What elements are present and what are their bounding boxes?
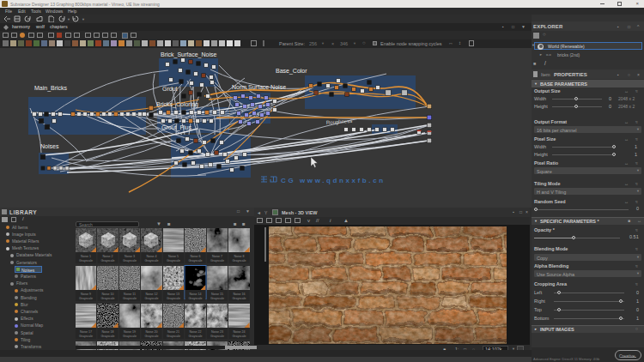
svg-text:Grayscale: Grayscale <box>123 297 137 300</box>
svg-text:Grayscale: Grayscale <box>210 335 224 338</box>
svg-text:Grayscale: Grayscale <box>79 335 93 338</box>
svg-text:Noise 24: Noise 24 <box>233 330 245 334</box>
svg-text:Grayscale: Grayscale <box>100 259 114 262</box>
svg-text:Bricks_Coloring: Bricks_Coloring <box>156 101 198 108</box>
svg-text:Noise 7: Noise 7 <box>212 255 222 258</box>
svg-text:Grayscale: Grayscale <box>210 297 224 300</box>
svg-text:Noise 13: Noise 13 <box>167 293 179 296</box>
svg-text:Noise 15: Noise 15 <box>211 293 223 296</box>
svg-text:Norm Surface Noise: Norm Surface Noise <box>232 84 286 90</box>
svg-text:Noise 8: Noise 8 <box>234 255 244 258</box>
svg-text:Noise 5: Noise 5 <box>168 255 179 258</box>
svg-text:Grayscale: Grayscale <box>232 335 246 338</box>
svg-text:Main_Bricks: Main_Bricks <box>34 85 68 92</box>
svg-text:Grout_Plus: Grout_Plus <box>161 124 192 131</box>
svg-text:Noise 22: Noise 22 <box>189 330 201 334</box>
svg-text:Grayscale: Grayscale <box>188 297 202 300</box>
svg-text:Grayscale: Grayscale <box>144 335 158 338</box>
svg-text:Grayscale: Grayscale <box>210 259 224 262</box>
svg-text:Grayscale: Grayscale <box>167 297 180 300</box>
svg-text:Grayscale: Grayscale <box>79 259 93 262</box>
svg-text:Noise 21: Noise 21 <box>167 330 179 334</box>
svg-text:Noises: Noises <box>40 143 59 149</box>
svg-text:Noise 1: Noise 1 <box>81 255 91 258</box>
svg-text:Noise 18: Noise 18 <box>101 330 113 334</box>
svg-text:Grout: Grout <box>162 86 178 92</box>
svg-text:Noise 11: Noise 11 <box>124 293 136 296</box>
svg-text:Grayscale: Grayscale <box>144 297 158 300</box>
svg-text:Grayscale: Grayscale <box>188 259 202 262</box>
svg-text:Grayscale: Grayscale <box>167 335 180 338</box>
svg-text:Noise 3: Noise 3 <box>125 255 135 258</box>
svg-text:Noise 6: Noise 6 <box>190 255 200 258</box>
svg-text:Grayscale: Grayscale <box>123 335 137 338</box>
svg-text:Grayscale: Grayscale <box>167 259 180 262</box>
svg-text:Noise 23: Noise 23 <box>211 330 223 334</box>
svg-text:Noise 2: Noise 2 <box>102 255 112 258</box>
svg-text:Noise 14: Noise 14 <box>189 293 201 296</box>
svg-text:Grayscale: Grayscale <box>232 297 246 300</box>
svg-text:Grayscale: Grayscale <box>188 335 202 338</box>
svg-text:Grayscale: Grayscale <box>79 297 93 300</box>
svg-text:Brick_Surface_Noise: Brick_Surface_Noise <box>161 51 216 58</box>
svg-text:Base_Color: Base_Color <box>276 68 307 75</box>
svg-text:Noise 20: Noise 20 <box>145 330 157 334</box>
svg-text:Grayscale: Grayscale <box>100 297 114 300</box>
svg-text:Grayscale: Grayscale <box>144 259 158 262</box>
svg-text:Roughness: Roughness <box>326 118 353 125</box>
svg-text:Grayscale: Grayscale <box>123 259 137 262</box>
svg-text:Noise 12: Noise 12 <box>145 293 157 296</box>
svg-text:Grayscale: Grayscale <box>100 335 114 338</box>
svg-text:Noise 19: Noise 19 <box>124 330 136 334</box>
svg-text:Grayscale: Grayscale <box>232 259 246 262</box>
svg-text:CG www.qdnxxfb.cn: CG www.qdnxxfb.cn <box>281 177 386 184</box>
svg-text:Noise 17: Noise 17 <box>80 330 92 334</box>
svg-text:Noise 16: Noise 16 <box>233 293 245 296</box>
svg-text:Noise 4: Noise 4 <box>146 255 156 258</box>
svg-text:Noise 10: Noise 10 <box>101 293 113 296</box>
svg-text:Noise 9: Noise 9 <box>81 293 91 296</box>
